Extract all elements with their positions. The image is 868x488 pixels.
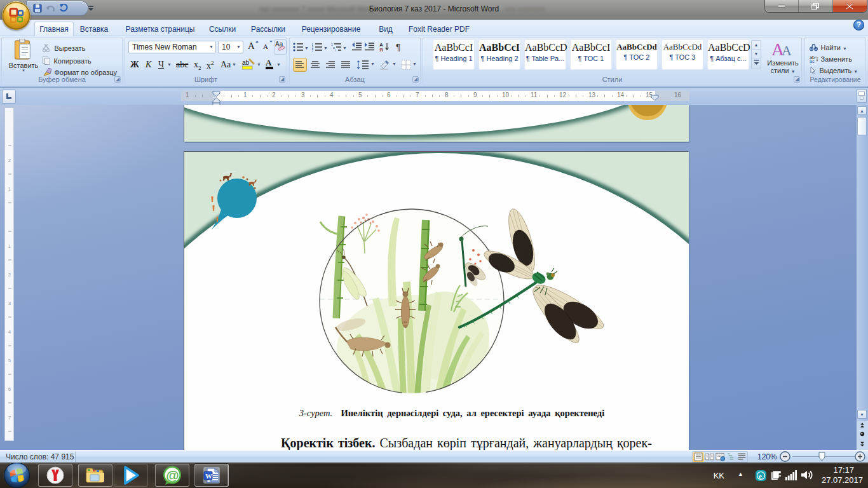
svg-text:e: e (759, 472, 762, 480)
svg-text:1: 1 (8, 186, 11, 192)
svg-text:@: @ (166, 468, 179, 482)
svg-text:¶: ¶ (396, 42, 401, 51)
svg-text:A: A (782, 43, 792, 58)
svg-text:6: 6 (8, 386, 11, 392)
svg-text:A: A (263, 43, 268, 50)
svg-text:5: 5 (8, 358, 11, 363)
svg-text:7: 7 (8, 415, 11, 421)
svg-text:Я: Я (379, 47, 383, 51)
svg-text:ab: ab (242, 59, 250, 66)
svg-text:2: 2 (8, 272, 11, 278)
svg-text:3: 3 (312, 48, 313, 51)
svg-text:A: A (248, 41, 255, 50)
svg-text:4: 4 (8, 329, 11, 335)
svg-text:2: 2 (8, 158, 11, 163)
svg-text:1: 1 (8, 243, 11, 249)
svg-text:i: i (335, 48, 336, 51)
svg-text:3: 3 (8, 301, 11, 306)
svg-text:А: А (266, 58, 272, 67)
svg-text:ac: ac (810, 59, 815, 63)
svg-text:▾: ▾ (53, 6, 55, 10)
